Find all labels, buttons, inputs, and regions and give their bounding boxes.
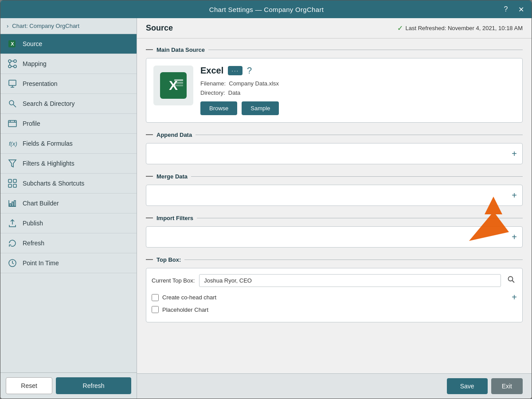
main-footer: Save Exit [137, 373, 532, 399]
help-icon[interactable]: ? [247, 66, 252, 76]
top-box-section: — Top Box: Current Top Box: [146, 256, 523, 322]
close-button[interactable]: ✕ [516, 4, 526, 15]
top-box-input[interactable] [199, 274, 501, 287]
point-in-time-icon [8, 258, 17, 268]
title-bar-controls: ? ✕ [501, 4, 526, 15]
sidebar-chart-builder-label: Chart Builder [23, 200, 59, 207]
sidebar-refresh-button[interactable]: Refresh [56, 377, 131, 394]
co-head-chart-label: Create co-head chart [162, 294, 216, 301]
svg-point-4 [8, 65, 11, 68]
sidebar-item-source[interactable]: X Source [0, 34, 137, 54]
exit-button[interactable]: Exit [491, 378, 523, 394]
svg-marker-19 [9, 160, 16, 167]
last-refreshed-text: Last Refreshed: November 4, 2021, 10:18 … [406, 25, 523, 31]
more-options-button[interactable]: ··· [228, 66, 243, 75]
sidebar-item-subcharts-shortcuts[interactable]: Subcharts & Shortcuts [0, 174, 137, 194]
data-source-title-row: Excel ··· ? [200, 66, 515, 76]
svg-point-5 [14, 65, 16, 68]
svg-rect-21 [13, 179, 16, 182]
svg-point-35 [509, 277, 513, 281]
sidebar-item-profile[interactable]: Profile [0, 114, 137, 134]
sidebar-fields-formulas-label: Fields & Formulas [23, 140, 73, 147]
page-title: Source [146, 23, 173, 33]
main-data-source-label: Main Data Source [156, 46, 205, 53]
placeholder-chart-checkbox[interactable] [152, 306, 159, 313]
import-filters-box: + [146, 226, 523, 248]
sidebar-item-publish[interactable]: Publish [0, 213, 137, 233]
merge-data-label: Merge Data [156, 173, 188, 180]
top-box-search-button[interactable] [505, 274, 517, 287]
profile-icon [8, 119, 17, 128]
svg-rect-23 [13, 184, 16, 187]
sidebar-item-mapping[interactable]: Mapping [0, 54, 137, 74]
top-box-collapse-dash[interactable]: — [146, 256, 153, 263]
co-head-add-button[interactable]: + [512, 292, 517, 302]
sidebar-item-search-directory[interactable]: Search & Directory [0, 94, 137, 114]
current-top-box-label: Current Top Box: [152, 277, 195, 284]
data-source-info: Excel ··· ? Filename: Company Data.xlsx … [200, 66, 515, 115]
source-icon: X [8, 39, 17, 49]
svg-rect-32 [174, 85, 183, 86]
sidebar-item-chart-builder[interactable]: Chart Builder [0, 194, 137, 213]
svg-rect-26 [14, 201, 16, 206]
sidebar-mapping-label: Mapping [23, 60, 47, 67]
placeholder-chart-label: Placeholder Chart [162, 306, 208, 313]
collapse-dash[interactable]: — [146, 46, 153, 54]
sample-button[interactable]: Sample [242, 101, 279, 115]
sidebar: › Chart: Company OrgChart X Source Mappi… [0, 18, 137, 399]
svg-line-36 [512, 281, 515, 283]
directory-value: Data [228, 89, 240, 96]
import-collapse-dash[interactable]: — [146, 214, 153, 222]
sidebar-search-directory-label: Search & Directory [23, 100, 74, 107]
append-collapse-dash[interactable]: — [146, 131, 153, 139]
svg-point-2 [8, 60, 11, 62]
sidebar-item-presentation[interactable]: Presentation [0, 74, 137, 94]
filters-icon [8, 159, 17, 168]
co-head-chart-row: Create co-head chart + [152, 292, 517, 302]
refresh-status: ✓ Last Refreshed: November 4, 2021, 10:1… [397, 24, 523, 32]
main-panel: Source ✓ Last Refreshed: November 4, 202… [137, 18, 532, 399]
svg-rect-20 [8, 179, 12, 182]
co-head-chart-checkbox[interactable] [152, 294, 159, 301]
save-button[interactable]: Save [447, 378, 488, 394]
sidebar-item-filters-highlights[interactable]: Filters & Highlights [0, 154, 137, 174]
merge-data-section: — Merge Data + [146, 172, 523, 206]
sidebar-refresh-label: Refresh [23, 240, 44, 247]
svg-rect-31 [174, 82, 183, 84]
mapping-icon [8, 59, 17, 69]
svg-rect-25 [12, 202, 13, 206]
help-button[interactable]: ? [501, 4, 511, 15]
sidebar-item-refresh[interactable]: Refresh [0, 233, 137, 253]
data-source-directory: Directory: Data [200, 89, 515, 96]
svg-line-13 [13, 105, 16, 107]
chevron-icon: › [7, 23, 8, 29]
subcharts-icon [8, 178, 17, 188]
import-filters-add-button[interactable]: + [512, 232, 517, 242]
sidebar-item-fields-formulas[interactable]: f(x) Fields & Formulas [0, 134, 137, 154]
sidebar-source-label: Source [23, 40, 42, 47]
browse-button[interactable]: Browse [200, 101, 237, 115]
publish-icon [8, 218, 17, 228]
chart-builder-icon [8, 198, 17, 208]
sidebar-profile-label: Profile [23, 120, 40, 127]
top-box-header: — Top Box: [146, 256, 523, 263]
import-filters-label: Import Filters [156, 215, 193, 221]
sidebar-header[interactable]: › Chart: Company OrgChart [0, 18, 137, 34]
merge-data-header: — Merge Data [146, 172, 523, 180]
merge-collapse-dash[interactable]: — [146, 172, 153, 180]
reset-button[interactable]: Reset [6, 377, 52, 394]
append-data-add-button[interactable]: + [512, 149, 517, 159]
excel-icon: X [160, 72, 187, 99]
sidebar-item-point-in-time[interactable]: Point In Time [0, 253, 137, 273]
svg-rect-24 [10, 204, 11, 206]
sidebar-subcharts-shortcuts-label: Subcharts & Shortcuts [23, 180, 84, 187]
merge-data-add-button[interactable]: + [512, 190, 517, 201]
excel-icon-container: X [153, 66, 193, 105]
svg-rect-9 [9, 80, 16, 85]
title-bar: Chart Settings — Company OrgChart ? ✕ [0, 0, 532, 18]
import-filters-header: — Import Filters [146, 214, 523, 222]
placeholder-chart-row: Placeholder Chart [152, 306, 517, 313]
main-data-source-section: — Main Data Source X [146, 46, 523, 123]
filename-label: Filename: [200, 80, 226, 87]
sidebar-presentation-label: Presentation [23, 80, 58, 87]
